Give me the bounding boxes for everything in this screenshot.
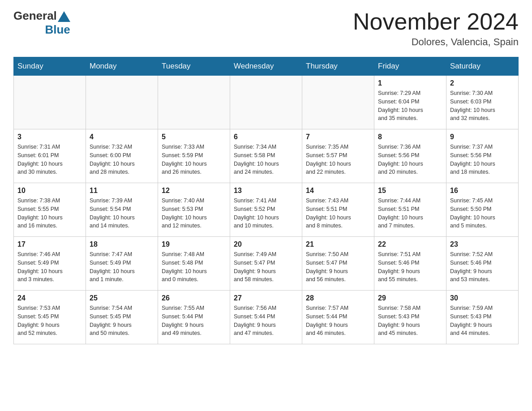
day-info: Sunrise: 7:51 AM Sunset: 5:46 PM Dayligh… <box>378 250 442 284</box>
calendar-cell: 11Sunrise: 7:39 AM Sunset: 5:54 PM Dayli… <box>86 183 158 237</box>
day-info: Sunrise: 7:36 AM Sunset: 5:56 PM Dayligh… <box>378 143 442 176</box>
calendar-week-row: 17Sunrise: 7:46 AM Sunset: 5:49 PM Dayli… <box>14 237 519 291</box>
calendar-header: SundayMondayTuesdayWednesdayThursdayFrid… <box>14 57 519 76</box>
day-number: 15 <box>378 187 442 195</box>
calendar-cell: 25Sunrise: 7:54 AM Sunset: 5:45 PM Dayli… <box>86 291 158 344</box>
calendar-cell: 28Sunrise: 7:57 AM Sunset: 5:44 PM Dayli… <box>302 291 374 344</box>
calendar-cell: 8Sunrise: 7:36 AM Sunset: 5:56 PM Daylig… <box>374 129 446 183</box>
day-info: Sunrise: 7:46 AM Sunset: 5:49 PM Dayligh… <box>17 250 82 284</box>
calendar-cell: 13Sunrise: 7:41 AM Sunset: 5:52 PM Dayli… <box>230 183 302 237</box>
day-info: Sunrise: 7:39 AM Sunset: 5:54 PM Dayligh… <box>90 197 154 230</box>
day-info: Sunrise: 7:43 AM Sunset: 5:51 PM Dayligh… <box>306 197 370 230</box>
calendar-cell: 17Sunrise: 7:46 AM Sunset: 5:49 PM Dayli… <box>14 237 86 291</box>
weekday-header-saturday: Saturday <box>446 57 519 76</box>
page-header: General Blue November 2024 Dolores, Vale… <box>13 9 519 48</box>
calendar-cell <box>86 76 158 129</box>
day-number: 27 <box>234 294 298 302</box>
day-info: Sunrise: 7:40 AM Sunset: 5:53 PM Dayligh… <box>162 197 226 230</box>
calendar-cell <box>230 76 302 129</box>
calendar-table: SundayMondayTuesdayWednesdayThursdayFrid… <box>13 57 519 344</box>
day-info: Sunrise: 7:33 AM Sunset: 5:59 PM Dayligh… <box>162 143 226 176</box>
day-number: 2 <box>450 79 515 87</box>
calendar-cell: 20Sunrise: 7:49 AM Sunset: 5:47 PM Dayli… <box>230 237 302 291</box>
day-number: 23 <box>450 240 515 248</box>
day-number: 30 <box>450 294 515 302</box>
logo: General Blue <box>13 9 70 37</box>
day-info: Sunrise: 7:55 AM Sunset: 5:44 PM Dayligh… <box>162 304 226 338</box>
weekday-header-row: SundayMondayTuesdayWednesdayThursdayFrid… <box>14 57 519 76</box>
calendar-cell: 5Sunrise: 7:33 AM Sunset: 5:59 PM Daylig… <box>158 129 230 183</box>
calendar-cell: 26Sunrise: 7:55 AM Sunset: 5:44 PM Dayli… <box>158 291 230 344</box>
calendar-cell: 29Sunrise: 7:58 AM Sunset: 5:43 PM Dayli… <box>374 291 446 344</box>
calendar-week-row: 1Sunrise: 7:29 AM Sunset: 6:04 PM Daylig… <box>14 76 519 129</box>
day-number: 21 <box>306 240 370 248</box>
calendar-week-row: 3Sunrise: 7:31 AM Sunset: 6:01 PM Daylig… <box>14 129 519 183</box>
location-text: Dolores, Valencia, Spain <box>353 36 519 48</box>
day-info: Sunrise: 7:50 AM Sunset: 5:47 PM Dayligh… <box>306 250 370 284</box>
calendar-cell: 9Sunrise: 7:37 AM Sunset: 5:56 PM Daylig… <box>446 129 519 183</box>
calendar-body: 1Sunrise: 7:29 AM Sunset: 6:04 PM Daylig… <box>14 76 519 344</box>
calendar-cell: 16Sunrise: 7:45 AM Sunset: 5:50 PM Dayli… <box>446 183 519 237</box>
day-number: 1 <box>378 79 442 87</box>
weekday-header-tuesday: Tuesday <box>158 57 230 76</box>
day-number: 18 <box>90 240 154 248</box>
day-number: 3 <box>17 133 82 141</box>
day-number: 14 <box>306 187 370 195</box>
day-number: 17 <box>17 240 82 248</box>
calendar-cell: 30Sunrise: 7:59 AM Sunset: 5:43 PM Dayli… <box>446 291 519 344</box>
day-number: 12 <box>162 187 226 195</box>
day-info: Sunrise: 7:29 AM Sunset: 6:04 PM Dayligh… <box>378 89 442 123</box>
calendar-cell <box>158 76 230 129</box>
calendar-cell: 3Sunrise: 7:31 AM Sunset: 6:01 PM Daylig… <box>14 129 86 183</box>
calendar-cell: 10Sunrise: 7:38 AM Sunset: 5:55 PM Dayli… <box>14 183 86 237</box>
calendar-cell: 23Sunrise: 7:52 AM Sunset: 5:46 PM Dayli… <box>446 237 519 291</box>
day-number: 29 <box>378 294 442 302</box>
day-info: Sunrise: 7:47 AM Sunset: 5:49 PM Dayligh… <box>90 250 154 284</box>
weekday-header-friday: Friday <box>374 57 446 76</box>
logo-triangle-icon <box>58 11 70 22</box>
calendar-cell: 21Sunrise: 7:50 AM Sunset: 5:47 PM Dayli… <box>302 237 374 291</box>
calendar-cell <box>302 76 374 129</box>
day-info: Sunrise: 7:52 AM Sunset: 5:46 PM Dayligh… <box>450 250 515 284</box>
day-number: 5 <box>162 133 226 141</box>
weekday-header-monday: Monday <box>86 57 158 76</box>
day-info: Sunrise: 7:45 AM Sunset: 5:50 PM Dayligh… <box>450 197 515 230</box>
calendar-cell: 1Sunrise: 7:29 AM Sunset: 6:04 PM Daylig… <box>374 76 446 129</box>
title-area: November 2024 Dolores, Valencia, Spain <box>353 9 519 48</box>
day-info: Sunrise: 7:34 AM Sunset: 5:58 PM Dayligh… <box>234 143 298 176</box>
day-info: Sunrise: 7:37 AM Sunset: 5:56 PM Dayligh… <box>450 143 515 176</box>
day-number: 22 <box>378 240 442 248</box>
day-info: Sunrise: 7:30 AM Sunset: 6:03 PM Dayligh… <box>450 89 515 123</box>
day-number: 24 <box>17 294 82 302</box>
day-number: 11 <box>90 187 154 195</box>
calendar-cell: 18Sunrise: 7:47 AM Sunset: 5:49 PM Dayli… <box>86 237 158 291</box>
calendar-cell: 19Sunrise: 7:48 AM Sunset: 5:48 PM Dayli… <box>158 237 230 291</box>
day-info: Sunrise: 7:49 AM Sunset: 5:47 PM Dayligh… <box>234 250 298 284</box>
day-number: 8 <box>378 133 442 141</box>
day-info: Sunrise: 7:35 AM Sunset: 5:57 PM Dayligh… <box>306 143 370 176</box>
calendar-cell: 2Sunrise: 7:30 AM Sunset: 6:03 PM Daylig… <box>446 76 519 129</box>
day-info: Sunrise: 7:38 AM Sunset: 5:55 PM Dayligh… <box>17 197 82 230</box>
day-number: 9 <box>450 133 515 141</box>
day-number: 4 <box>90 133 154 141</box>
calendar-cell: 24Sunrise: 7:53 AM Sunset: 5:45 PM Dayli… <box>14 291 86 344</box>
day-info: Sunrise: 7:31 AM Sunset: 6:01 PM Dayligh… <box>17 143 82 176</box>
day-info: Sunrise: 7:57 AM Sunset: 5:44 PM Dayligh… <box>306 304 370 338</box>
day-number: 6 <box>234 133 298 141</box>
day-number: 19 <box>162 240 226 248</box>
day-info: Sunrise: 7:56 AM Sunset: 5:44 PM Dayligh… <box>234 304 298 338</box>
calendar-cell: 12Sunrise: 7:40 AM Sunset: 5:53 PM Dayli… <box>158 183 230 237</box>
weekday-header-thursday: Thursday <box>302 57 374 76</box>
day-info: Sunrise: 7:53 AM Sunset: 5:45 PM Dayligh… <box>17 304 82 338</box>
calendar-cell: 4Sunrise: 7:32 AM Sunset: 6:00 PM Daylig… <box>86 129 158 183</box>
weekday-header-wednesday: Wednesday <box>230 57 302 76</box>
weekday-header-sunday: Sunday <box>14 57 86 76</box>
calendar-cell: 6Sunrise: 7:34 AM Sunset: 5:58 PM Daylig… <box>230 129 302 183</box>
logo-blue-text: Blue <box>45 23 70 37</box>
day-number: 25 <box>90 294 154 302</box>
day-info: Sunrise: 7:41 AM Sunset: 5:52 PM Dayligh… <box>234 197 298 230</box>
logo-general-text: General <box>13 9 57 23</box>
day-info: Sunrise: 7:54 AM Sunset: 5:45 PM Dayligh… <box>90 304 154 338</box>
calendar-cell: 22Sunrise: 7:51 AM Sunset: 5:46 PM Dayli… <box>374 237 446 291</box>
day-number: 20 <box>234 240 298 248</box>
